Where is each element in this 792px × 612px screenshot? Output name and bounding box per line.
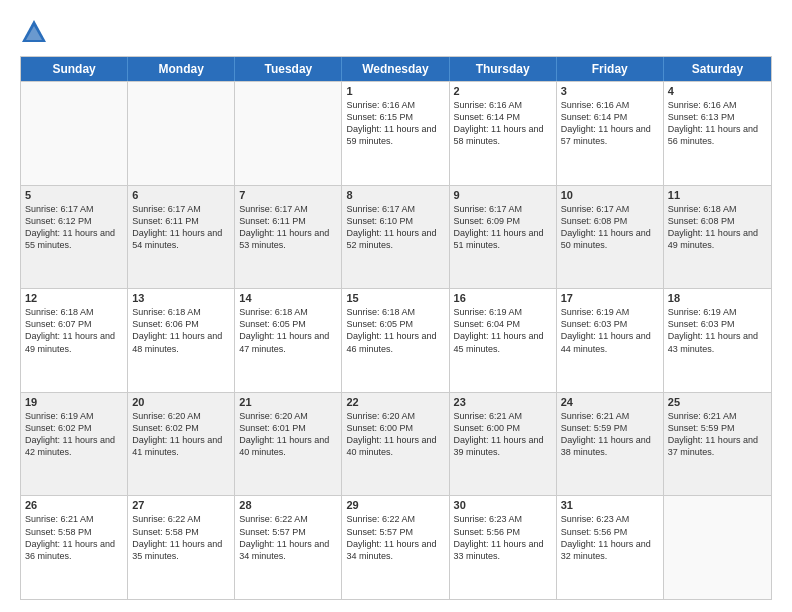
cal-cell-3-0: 19Sunrise: 6:19 AM Sunset: 6:02 PM Dayli…	[21, 393, 128, 496]
cal-cell-1-5: 10Sunrise: 6:17 AM Sunset: 6:08 PM Dayli…	[557, 186, 664, 289]
cal-header-thursday: Thursday	[450, 57, 557, 81]
day-info: Sunrise: 6:19 AM Sunset: 6:03 PM Dayligh…	[561, 306, 659, 355]
cal-cell-2-5: 17Sunrise: 6:19 AM Sunset: 6:03 PM Dayli…	[557, 289, 664, 392]
cal-cell-4-4: 30Sunrise: 6:23 AM Sunset: 5:56 PM Dayli…	[450, 496, 557, 599]
cal-cell-1-1: 6Sunrise: 6:17 AM Sunset: 6:11 PM Daylig…	[128, 186, 235, 289]
cal-cell-3-6: 25Sunrise: 6:21 AM Sunset: 5:59 PM Dayli…	[664, 393, 771, 496]
cal-cell-3-1: 20Sunrise: 6:20 AM Sunset: 6:02 PM Dayli…	[128, 393, 235, 496]
cal-row-0: 1Sunrise: 6:16 AM Sunset: 6:15 PM Daylig…	[21, 81, 771, 185]
day-number: 24	[561, 396, 659, 408]
day-number: 29	[346, 499, 444, 511]
cal-header-monday: Monday	[128, 57, 235, 81]
cal-row-4: 26Sunrise: 6:21 AM Sunset: 5:58 PM Dayli…	[21, 495, 771, 599]
cal-header-friday: Friday	[557, 57, 664, 81]
day-info: Sunrise: 6:19 AM Sunset: 6:04 PM Dayligh…	[454, 306, 552, 355]
day-number: 6	[132, 189, 230, 201]
day-number: 22	[346, 396, 444, 408]
cal-cell-2-0: 12Sunrise: 6:18 AM Sunset: 6:07 PM Dayli…	[21, 289, 128, 392]
day-info: Sunrise: 6:17 AM Sunset: 6:11 PM Dayligh…	[132, 203, 230, 252]
day-info: Sunrise: 6:17 AM Sunset: 6:08 PM Dayligh…	[561, 203, 659, 252]
day-number: 15	[346, 292, 444, 304]
day-number: 17	[561, 292, 659, 304]
day-info: Sunrise: 6:22 AM Sunset: 5:57 PM Dayligh…	[346, 513, 444, 562]
day-number: 10	[561, 189, 659, 201]
cal-row-3: 19Sunrise: 6:19 AM Sunset: 6:02 PM Dayli…	[21, 392, 771, 496]
cal-cell-1-6: 11Sunrise: 6:18 AM Sunset: 6:08 PM Dayli…	[664, 186, 771, 289]
day-info: Sunrise: 6:16 AM Sunset: 6:14 PM Dayligh…	[561, 99, 659, 148]
cal-cell-0-1	[128, 82, 235, 185]
day-number: 5	[25, 189, 123, 201]
day-number: 25	[668, 396, 767, 408]
cal-cell-2-6: 18Sunrise: 6:19 AM Sunset: 6:03 PM Dayli…	[664, 289, 771, 392]
day-info: Sunrise: 6:20 AM Sunset: 6:00 PM Dayligh…	[346, 410, 444, 459]
cal-header-tuesday: Tuesday	[235, 57, 342, 81]
cal-row-1: 5Sunrise: 6:17 AM Sunset: 6:12 PM Daylig…	[21, 185, 771, 289]
cal-cell-0-4: 2Sunrise: 6:16 AM Sunset: 6:14 PM Daylig…	[450, 82, 557, 185]
day-number: 28	[239, 499, 337, 511]
cal-cell-3-2: 21Sunrise: 6:20 AM Sunset: 6:01 PM Dayli…	[235, 393, 342, 496]
cal-cell-2-4: 16Sunrise: 6:19 AM Sunset: 6:04 PM Dayli…	[450, 289, 557, 392]
cal-cell-1-0: 5Sunrise: 6:17 AM Sunset: 6:12 PM Daylig…	[21, 186, 128, 289]
cal-cell-4-6	[664, 496, 771, 599]
calendar-body: 1Sunrise: 6:16 AM Sunset: 6:15 PM Daylig…	[21, 81, 771, 599]
cal-cell-2-2: 14Sunrise: 6:18 AM Sunset: 6:05 PM Dayli…	[235, 289, 342, 392]
day-number: 21	[239, 396, 337, 408]
day-info: Sunrise: 6:21 AM Sunset: 5:58 PM Dayligh…	[25, 513, 123, 562]
day-info: Sunrise: 6:18 AM Sunset: 6:06 PM Dayligh…	[132, 306, 230, 355]
day-number: 16	[454, 292, 552, 304]
day-info: Sunrise: 6:22 AM Sunset: 5:58 PM Dayligh…	[132, 513, 230, 562]
day-info: Sunrise: 6:19 AM Sunset: 6:03 PM Dayligh…	[668, 306, 767, 355]
day-info: Sunrise: 6:16 AM Sunset: 6:15 PM Dayligh…	[346, 99, 444, 148]
calendar-header-row: SundayMondayTuesdayWednesdayThursdayFrid…	[21, 57, 771, 81]
cal-cell-3-4: 23Sunrise: 6:21 AM Sunset: 6:00 PM Dayli…	[450, 393, 557, 496]
day-number: 26	[25, 499, 123, 511]
day-info: Sunrise: 6:22 AM Sunset: 5:57 PM Dayligh…	[239, 513, 337, 562]
cal-cell-1-3: 8Sunrise: 6:17 AM Sunset: 6:10 PM Daylig…	[342, 186, 449, 289]
cal-cell-0-0	[21, 82, 128, 185]
day-info: Sunrise: 6:19 AM Sunset: 6:02 PM Dayligh…	[25, 410, 123, 459]
day-info: Sunrise: 6:17 AM Sunset: 6:10 PM Dayligh…	[346, 203, 444, 252]
day-number: 27	[132, 499, 230, 511]
day-info: Sunrise: 6:16 AM Sunset: 6:13 PM Dayligh…	[668, 99, 767, 148]
day-info: Sunrise: 6:17 AM Sunset: 6:09 PM Dayligh…	[454, 203, 552, 252]
cal-cell-3-5: 24Sunrise: 6:21 AM Sunset: 5:59 PM Dayli…	[557, 393, 664, 496]
day-info: Sunrise: 6:17 AM Sunset: 6:11 PM Dayligh…	[239, 203, 337, 252]
day-number: 23	[454, 396, 552, 408]
day-number: 19	[25, 396, 123, 408]
cal-cell-4-3: 29Sunrise: 6:22 AM Sunset: 5:57 PM Dayli…	[342, 496, 449, 599]
cal-row-2: 12Sunrise: 6:18 AM Sunset: 6:07 PM Dayli…	[21, 288, 771, 392]
cal-cell-0-6: 4Sunrise: 6:16 AM Sunset: 6:13 PM Daylig…	[664, 82, 771, 185]
day-number: 7	[239, 189, 337, 201]
cal-cell-4-1: 27Sunrise: 6:22 AM Sunset: 5:58 PM Dayli…	[128, 496, 235, 599]
cal-cell-4-0: 26Sunrise: 6:21 AM Sunset: 5:58 PM Dayli…	[21, 496, 128, 599]
logo	[20, 18, 52, 46]
day-number: 20	[132, 396, 230, 408]
day-number: 30	[454, 499, 552, 511]
day-info: Sunrise: 6:21 AM Sunset: 6:00 PM Dayligh…	[454, 410, 552, 459]
day-number: 11	[668, 189, 767, 201]
page: SundayMondayTuesdayWednesdayThursdayFrid…	[0, 0, 792, 612]
day-info: Sunrise: 6:23 AM Sunset: 5:56 PM Dayligh…	[561, 513, 659, 562]
day-number: 3	[561, 85, 659, 97]
cal-cell-3-3: 22Sunrise: 6:20 AM Sunset: 6:00 PM Dayli…	[342, 393, 449, 496]
day-info: Sunrise: 6:18 AM Sunset: 6:05 PM Dayligh…	[346, 306, 444, 355]
day-number: 18	[668, 292, 767, 304]
cal-cell-2-1: 13Sunrise: 6:18 AM Sunset: 6:06 PM Dayli…	[128, 289, 235, 392]
day-info: Sunrise: 6:20 AM Sunset: 6:01 PM Dayligh…	[239, 410, 337, 459]
day-number: 12	[25, 292, 123, 304]
day-number: 8	[346, 189, 444, 201]
cal-cell-0-2	[235, 82, 342, 185]
day-number: 4	[668, 85, 767, 97]
header	[20, 18, 772, 46]
day-number: 13	[132, 292, 230, 304]
cal-cell-4-2: 28Sunrise: 6:22 AM Sunset: 5:57 PM Dayli…	[235, 496, 342, 599]
logo-icon	[20, 18, 48, 46]
day-number: 2	[454, 85, 552, 97]
cal-header-saturday: Saturday	[664, 57, 771, 81]
day-info: Sunrise: 6:18 AM Sunset: 6:05 PM Dayligh…	[239, 306, 337, 355]
cal-header-sunday: Sunday	[21, 57, 128, 81]
day-info: Sunrise: 6:21 AM Sunset: 5:59 PM Dayligh…	[668, 410, 767, 459]
day-number: 1	[346, 85, 444, 97]
day-info: Sunrise: 6:23 AM Sunset: 5:56 PM Dayligh…	[454, 513, 552, 562]
day-number: 14	[239, 292, 337, 304]
